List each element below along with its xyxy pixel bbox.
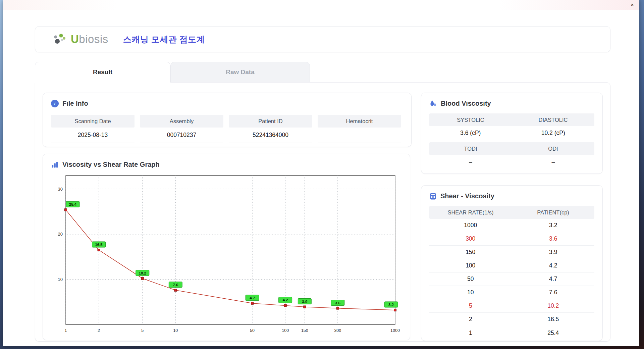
shear-rate-cell: 150 (429, 246, 512, 259)
shear-rate-cell: 50 (429, 272, 512, 286)
graph-header: Viscosity vs Shear Rate Graph (51, 161, 402, 168)
info-icon: i (51, 100, 59, 107)
svg-text:10.2: 10.2 (139, 271, 146, 275)
table-row: 10003.2 (429, 219, 594, 232)
shear-table-body: 10003.23003.61503.91004.2504.7107.6510.2… (429, 219, 594, 340)
svg-text:3.6: 3.6 (335, 301, 340, 305)
page-title: 스캐닝 모세관 점도계 (123, 34, 205, 45)
viscosity-chart: 1251050100150300100010203025.416.510.27.… (52, 173, 400, 337)
systolic-value: 3.6 (cP) (429, 126, 512, 140)
field-patient-id: Patient ID 52241364000 (229, 115, 312, 143)
diastolic-header: DIASTOLIC (512, 113, 594, 126)
svg-text:20: 20 (58, 232, 63, 237)
shear-rate-cell: 2 (429, 313, 512, 326)
odi-header: ODI (512, 142, 594, 155)
shear-rate-cell: 10 (429, 286, 512, 299)
todi-header: TODI (429, 142, 512, 155)
patient-cell: 25.4 (512, 326, 595, 340)
svg-text:100: 100 (282, 328, 289, 333)
field-value: 000710237 (140, 128, 223, 143)
close-icon[interactable]: × (629, 1, 636, 9)
svg-text:25.4: 25.4 (69, 202, 77, 206)
svg-text:16.5: 16.5 (95, 243, 103, 247)
table-icon (429, 193, 437, 200)
field-hematocrit: Hematocrit (318, 115, 401, 143)
svg-text:3.2: 3.2 (388, 303, 394, 307)
svg-text:1: 1 (65, 328, 67, 333)
shear-rate-cell: 300 (429, 232, 512, 245)
patient-cell: 3.6 (512, 232, 595, 245)
table-header: TODI ODI (429, 142, 594, 155)
file-info-fields: Scanning Date 2025-08-13 Assembly 000710… (51, 115, 403, 143)
svg-text:50: 50 (250, 328, 255, 333)
svg-text:150: 150 (301, 328, 308, 333)
systolic-header: SYSTOLIC (429, 113, 512, 126)
field-label: Hematocrit (318, 115, 401, 128)
odi-value: – (512, 155, 595, 169)
table-row: 3.6 (cP) 10.2 (cP) (429, 126, 594, 140)
patient-cell: 16.5 (512, 313, 595, 326)
svg-text:4.2: 4.2 (283, 298, 288, 302)
table-row: 107.6 (429, 286, 594, 299)
field-label: Patient ID (229, 115, 312, 128)
svg-text:7.6: 7.6 (173, 283, 178, 287)
tab-result[interactable]: Result (35, 62, 170, 83)
svg-text:3.9: 3.9 (302, 300, 307, 304)
patient-cell: 3.9 (512, 246, 595, 259)
table-row: 125.4 (429, 326, 594, 340)
todi-value: – (429, 155, 512, 169)
svg-text:10: 10 (58, 277, 63, 282)
shear-viscosity-header: Shear - Viscosity (429, 192, 594, 200)
patient-cell: 3.2 (512, 219, 595, 232)
shear-rate-cell: 5 (429, 299, 512, 312)
blood-viscosity-title: Blood Viscosity (441, 100, 491, 107)
graph-card: Viscosity vs Shear Rate Graph 1251050100… (43, 154, 410, 340)
field-value: 52241364000 (229, 128, 312, 143)
shear-rate-cell: 1000 (429, 219, 512, 232)
field-label: Assembly (140, 115, 223, 128)
shear-viscosity-card: Shear - Viscosity SHEAR RATE(1/s) PATIEN… (421, 185, 603, 341)
svg-text:4.7: 4.7 (250, 296, 255, 300)
field-value (318, 128, 401, 143)
blood-viscosity-table: SYSTOLIC DIASTOLIC 3.6 (cP) 10.2 (cP) TO… (429, 113, 594, 169)
table-header: SHEAR RATE(1/s) PATIENT(cp) (429, 206, 594, 219)
file-info-card: i File Info Scanning Date 2025-08-13 Ass… (43, 93, 412, 147)
graph-title: Viscosity vs Shear Rate Graph (62, 161, 160, 168)
field-assembly: Assembly 000710237 (140, 115, 223, 143)
table-row: 510.2 (429, 299, 594, 313)
logo-mark-icon (52, 33, 68, 46)
table-row: 1503.9 (429, 246, 594, 259)
tab-raw-data[interactable]: Raw Data (170, 62, 310, 83)
table-row: 1004.2 (429, 259, 594, 272)
blood-viscosity-card: Blood Viscosity SYSTOLIC DIASTOLIC 3.6 (… (421, 93, 603, 174)
field-scanning-date: Scanning Date 2025-08-13 (51, 115, 135, 143)
shear-viscosity-title: Shear - Viscosity (440, 192, 494, 200)
svg-text:10: 10 (173, 328, 178, 333)
blood-viscosity-header: Blood Viscosity (429, 100, 594, 107)
svg-text:2: 2 (98, 328, 100, 333)
bar-chart-icon (51, 161, 59, 168)
table-row: – – (429, 155, 594, 169)
app-window: × Ubiosis 스캐닝 모세관 점도계 Result Raw Data i … (3, 0, 639, 346)
file-info-title: File Info (62, 100, 88, 107)
patient-cell: 4.7 (512, 272, 595, 286)
field-label: Scanning Date (51, 115, 135, 128)
patient-cell: 7.6 (512, 286, 595, 299)
svg-text:5: 5 (141, 328, 144, 333)
logo-text: Ubiosis (71, 33, 108, 46)
field-value: 2025-08-13 (51, 128, 135, 143)
title-bar: × (3, 0, 639, 10)
tab-bar: Result Raw Data (35, 62, 310, 83)
shear-rate-cell: 100 (429, 259, 512, 272)
patient-cell: 4.2 (512, 259, 595, 272)
svg-text:300: 300 (334, 328, 341, 333)
patient-cell: 10.2 (512, 299, 595, 312)
table-row: 3003.6 (429, 232, 594, 246)
file-info-header: i File Info (51, 100, 403, 107)
table-row: 216.5 (429, 313, 594, 326)
shear-rate-column-header: SHEAR RATE(1/s) (429, 206, 512, 219)
shear-rate-cell: 1 (429, 326, 512, 340)
svg-text:1000: 1000 (390, 328, 400, 333)
droplets-icon (429, 100, 437, 107)
viscosity-chart-svg: 1251050100150300100010203025.416.510.27.… (52, 173, 400, 336)
